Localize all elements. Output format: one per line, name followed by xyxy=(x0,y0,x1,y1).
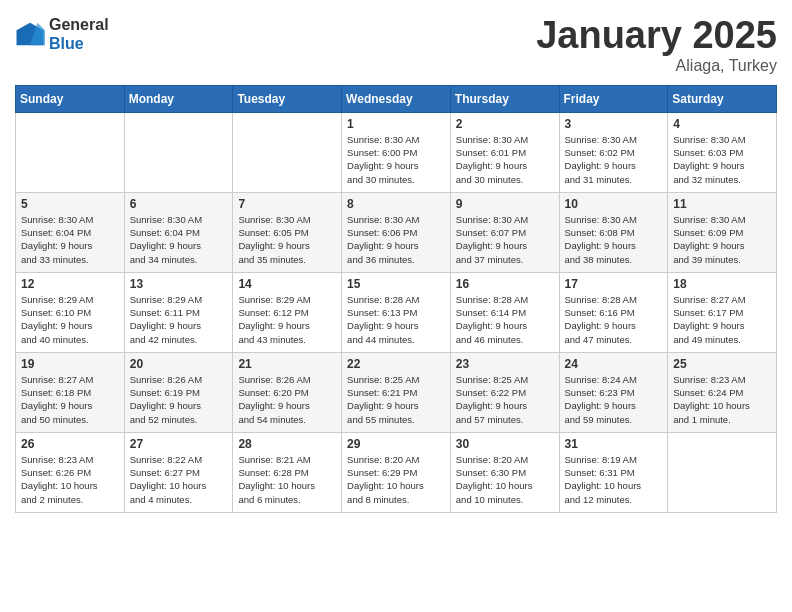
calendar-cell: 6Sunrise: 8:30 AM Sunset: 6:04 PM Daylig… xyxy=(124,192,233,272)
weekday-header: Tuesday xyxy=(233,85,342,112)
calendar-cell xyxy=(233,112,342,192)
day-info: Sunrise: 8:26 AM Sunset: 6:19 PM Dayligh… xyxy=(130,373,228,426)
day-number: 30 xyxy=(456,437,554,451)
day-info: Sunrise: 8:30 AM Sunset: 6:09 PM Dayligh… xyxy=(673,213,771,266)
day-info: Sunrise: 8:20 AM Sunset: 6:29 PM Dayligh… xyxy=(347,453,445,506)
day-info: Sunrise: 8:20 AM Sunset: 6:30 PM Dayligh… xyxy=(456,453,554,506)
day-info: Sunrise: 8:30 AM Sunset: 6:00 PM Dayligh… xyxy=(347,133,445,186)
day-number: 3 xyxy=(565,117,663,131)
calendar-cell: 2Sunrise: 8:30 AM Sunset: 6:01 PM Daylig… xyxy=(450,112,559,192)
calendar-cell: 4Sunrise: 8:30 AM Sunset: 6:03 PM Daylig… xyxy=(668,112,777,192)
day-info: Sunrise: 8:21 AM Sunset: 6:28 PM Dayligh… xyxy=(238,453,336,506)
calendar-cell: 19Sunrise: 8:27 AM Sunset: 6:18 PM Dayli… xyxy=(16,352,125,432)
logo-general: General xyxy=(49,15,109,34)
day-info: Sunrise: 8:28 AM Sunset: 6:16 PM Dayligh… xyxy=(565,293,663,346)
page-header: General Blue January 2025 Aliaga, Turkey xyxy=(15,15,777,75)
calendar-week-row: 12Sunrise: 8:29 AM Sunset: 6:10 PM Dayli… xyxy=(16,272,777,352)
day-number: 6 xyxy=(130,197,228,211)
day-number: 18 xyxy=(673,277,771,291)
day-number: 24 xyxy=(565,357,663,371)
day-info: Sunrise: 8:27 AM Sunset: 6:17 PM Dayligh… xyxy=(673,293,771,346)
calendar-week-row: 1Sunrise: 8:30 AM Sunset: 6:00 PM Daylig… xyxy=(16,112,777,192)
day-number: 14 xyxy=(238,277,336,291)
calendar-week-row: 5Sunrise: 8:30 AM Sunset: 6:04 PM Daylig… xyxy=(16,192,777,272)
day-info: Sunrise: 8:29 AM Sunset: 6:10 PM Dayligh… xyxy=(21,293,119,346)
calendar-cell: 14Sunrise: 8:29 AM Sunset: 6:12 PM Dayli… xyxy=(233,272,342,352)
weekday-header: Saturday xyxy=(668,85,777,112)
day-number: 11 xyxy=(673,197,771,211)
calendar-cell: 28Sunrise: 8:21 AM Sunset: 6:28 PM Dayli… xyxy=(233,432,342,512)
day-info: Sunrise: 8:30 AM Sunset: 6:05 PM Dayligh… xyxy=(238,213,336,266)
day-number: 27 xyxy=(130,437,228,451)
month-year: January 2025 xyxy=(536,15,777,57)
calendar-cell: 12Sunrise: 8:29 AM Sunset: 6:10 PM Dayli… xyxy=(16,272,125,352)
day-number: 25 xyxy=(673,357,771,371)
day-info: Sunrise: 8:30 AM Sunset: 6:08 PM Dayligh… xyxy=(565,213,663,266)
calendar-cell: 22Sunrise: 8:25 AM Sunset: 6:21 PM Dayli… xyxy=(342,352,451,432)
day-number: 19 xyxy=(21,357,119,371)
day-info: Sunrise: 8:29 AM Sunset: 6:12 PM Dayligh… xyxy=(238,293,336,346)
day-info: Sunrise: 8:30 AM Sunset: 6:06 PM Dayligh… xyxy=(347,213,445,266)
day-info: Sunrise: 8:27 AM Sunset: 6:18 PM Dayligh… xyxy=(21,373,119,426)
calendar-cell: 15Sunrise: 8:28 AM Sunset: 6:13 PM Dayli… xyxy=(342,272,451,352)
calendar-cell xyxy=(124,112,233,192)
calendar-cell: 25Sunrise: 8:23 AM Sunset: 6:24 PM Dayli… xyxy=(668,352,777,432)
calendar-cell: 7Sunrise: 8:30 AM Sunset: 6:05 PM Daylig… xyxy=(233,192,342,272)
day-info: Sunrise: 8:26 AM Sunset: 6:20 PM Dayligh… xyxy=(238,373,336,426)
day-number: 4 xyxy=(673,117,771,131)
calendar-cell: 21Sunrise: 8:26 AM Sunset: 6:20 PM Dayli… xyxy=(233,352,342,432)
location: Aliaga, Turkey xyxy=(536,57,777,75)
weekday-header: Thursday xyxy=(450,85,559,112)
calendar-cell: 3Sunrise: 8:30 AM Sunset: 6:02 PM Daylig… xyxy=(559,112,668,192)
calendar-cell: 11Sunrise: 8:30 AM Sunset: 6:09 PM Dayli… xyxy=(668,192,777,272)
calendar-week-row: 26Sunrise: 8:23 AM Sunset: 6:26 PM Dayli… xyxy=(16,432,777,512)
day-info: Sunrise: 8:30 AM Sunset: 6:03 PM Dayligh… xyxy=(673,133,771,186)
day-number: 31 xyxy=(565,437,663,451)
weekday-header-row: SundayMondayTuesdayWednesdayThursdayFrid… xyxy=(16,85,777,112)
weekday-header: Friday xyxy=(559,85,668,112)
calendar-cell xyxy=(16,112,125,192)
day-info: Sunrise: 8:30 AM Sunset: 6:04 PM Dayligh… xyxy=(130,213,228,266)
title-block: January 2025 Aliaga, Turkey xyxy=(536,15,777,75)
calendar-cell: 24Sunrise: 8:24 AM Sunset: 6:23 PM Dayli… xyxy=(559,352,668,432)
calendar-cell: 17Sunrise: 8:28 AM Sunset: 6:16 PM Dayli… xyxy=(559,272,668,352)
day-number: 26 xyxy=(21,437,119,451)
day-info: Sunrise: 8:29 AM Sunset: 6:11 PM Dayligh… xyxy=(130,293,228,346)
day-number: 1 xyxy=(347,117,445,131)
weekday-header: Sunday xyxy=(16,85,125,112)
calendar-cell: 30Sunrise: 8:20 AM Sunset: 6:30 PM Dayli… xyxy=(450,432,559,512)
day-number: 28 xyxy=(238,437,336,451)
calendar-cell: 1Sunrise: 8:30 AM Sunset: 6:00 PM Daylig… xyxy=(342,112,451,192)
day-number: 8 xyxy=(347,197,445,211)
day-number: 16 xyxy=(456,277,554,291)
day-number: 2 xyxy=(456,117,554,131)
day-number: 9 xyxy=(456,197,554,211)
day-number: 21 xyxy=(238,357,336,371)
day-number: 17 xyxy=(565,277,663,291)
calendar-cell: 5Sunrise: 8:30 AM Sunset: 6:04 PM Daylig… xyxy=(16,192,125,272)
day-info: Sunrise: 8:25 AM Sunset: 6:21 PM Dayligh… xyxy=(347,373,445,426)
day-number: 22 xyxy=(347,357,445,371)
calendar-cell: 13Sunrise: 8:29 AM Sunset: 6:11 PM Dayli… xyxy=(124,272,233,352)
day-info: Sunrise: 8:22 AM Sunset: 6:27 PM Dayligh… xyxy=(130,453,228,506)
calendar-cell: 29Sunrise: 8:20 AM Sunset: 6:29 PM Dayli… xyxy=(342,432,451,512)
day-number: 10 xyxy=(565,197,663,211)
day-info: Sunrise: 8:28 AM Sunset: 6:14 PM Dayligh… xyxy=(456,293,554,346)
day-number: 29 xyxy=(347,437,445,451)
calendar-cell: 16Sunrise: 8:28 AM Sunset: 6:14 PM Dayli… xyxy=(450,272,559,352)
calendar-cell: 26Sunrise: 8:23 AM Sunset: 6:26 PM Dayli… xyxy=(16,432,125,512)
day-number: 12 xyxy=(21,277,119,291)
day-info: Sunrise: 8:30 AM Sunset: 6:01 PM Dayligh… xyxy=(456,133,554,186)
calendar-cell: 27Sunrise: 8:22 AM Sunset: 6:27 PM Dayli… xyxy=(124,432,233,512)
calendar-cell xyxy=(668,432,777,512)
logo-blue: Blue xyxy=(49,34,109,53)
day-info: Sunrise: 8:28 AM Sunset: 6:13 PM Dayligh… xyxy=(347,293,445,346)
day-info: Sunrise: 8:19 AM Sunset: 6:31 PM Dayligh… xyxy=(565,453,663,506)
day-number: 5 xyxy=(21,197,119,211)
weekday-header: Monday xyxy=(124,85,233,112)
weekday-header: Wednesday xyxy=(342,85,451,112)
calendar-cell: 20Sunrise: 8:26 AM Sunset: 6:19 PM Dayli… xyxy=(124,352,233,432)
day-number: 13 xyxy=(130,277,228,291)
day-info: Sunrise: 8:30 AM Sunset: 6:04 PM Dayligh… xyxy=(21,213,119,266)
logo-text: General Blue xyxy=(49,15,109,53)
